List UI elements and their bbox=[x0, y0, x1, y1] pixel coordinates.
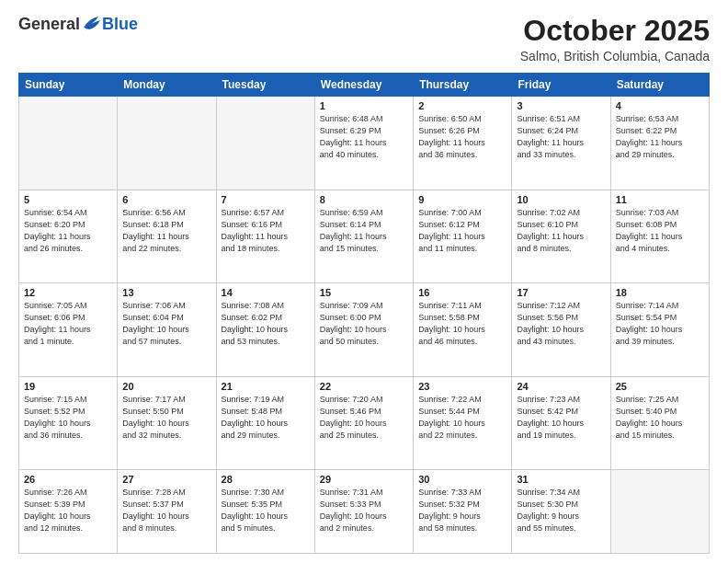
calendar-cell: 17Sunrise: 7:12 AMSunset: 5:56 PMDayligh… bbox=[512, 283, 610, 376]
day-number: 22 bbox=[320, 381, 408, 392]
day-number: 17 bbox=[517, 287, 605, 298]
day-number: 4 bbox=[616, 100, 704, 111]
calendar-header-thursday: Thursday bbox=[414, 74, 512, 97]
calendar-week-3: 12Sunrise: 7:05 AMSunset: 6:06 PMDayligh… bbox=[19, 283, 710, 376]
day-number: 8 bbox=[320, 194, 408, 205]
day-info: Sunrise: 7:34 AMSunset: 5:30 PMDaylight:… bbox=[517, 487, 605, 534]
day-number: 1 bbox=[320, 100, 408, 111]
calendar-cell: 18Sunrise: 7:14 AMSunset: 5:54 PMDayligh… bbox=[610, 283, 709, 376]
day-number: 10 bbox=[517, 194, 605, 205]
day-info: Sunrise: 6:51 AMSunset: 6:24 PMDaylight:… bbox=[517, 113, 605, 161]
subtitle: Salmo, British Columbia, Canada bbox=[520, 49, 710, 63]
calendar-cell: 23Sunrise: 7:22 AMSunset: 5:44 PMDayligh… bbox=[414, 376, 512, 469]
calendar-cell: 19Sunrise: 7:15 AMSunset: 5:52 PMDayligh… bbox=[19, 376, 118, 469]
day-info: Sunrise: 7:12 AMSunset: 5:56 PMDaylight:… bbox=[517, 300, 605, 348]
day-number: 11 bbox=[616, 194, 704, 205]
day-number: 31 bbox=[517, 474, 605, 485]
calendar-cell bbox=[118, 97, 216, 190]
calendar-cell: 24Sunrise: 7:23 AMSunset: 5:42 PMDayligh… bbox=[512, 376, 610, 469]
calendar-week-2: 5Sunrise: 6:54 AMSunset: 6:20 PMDaylight… bbox=[19, 190, 710, 282]
calendar-cell: 6Sunrise: 6:56 AMSunset: 6:18 PMDaylight… bbox=[118, 190, 216, 282]
calendar-cell: 3Sunrise: 6:51 AMSunset: 6:24 PMDaylight… bbox=[512, 97, 610, 190]
calendar-week-1: 1Sunrise: 6:48 AMSunset: 6:29 PMDaylight… bbox=[19, 97, 710, 190]
day-info: Sunrise: 7:25 AMSunset: 5:40 PMDaylight:… bbox=[616, 394, 704, 442]
calendar-cell: 31Sunrise: 7:34 AMSunset: 5:30 PMDayligh… bbox=[512, 470, 610, 554]
day-number: 18 bbox=[616, 287, 704, 298]
calendar-week-4: 19Sunrise: 7:15 AMSunset: 5:52 PMDayligh… bbox=[19, 376, 710, 469]
day-info: Sunrise: 7:15 AMSunset: 5:52 PMDaylight:… bbox=[24, 394, 112, 442]
header: General Blue October 2025 Salmo, British… bbox=[18, 15, 710, 63]
day-number: 5 bbox=[24, 194, 112, 205]
calendar-header-sunday: Sunday bbox=[19, 74, 118, 97]
calendar-cell: 26Sunrise: 7:26 AMSunset: 5:39 PMDayligh… bbox=[19, 470, 118, 554]
calendar-cell: 7Sunrise: 6:57 AMSunset: 6:16 PMDaylight… bbox=[216, 190, 314, 282]
day-info: Sunrise: 7:26 AMSunset: 5:39 PMDaylight:… bbox=[24, 487, 112, 534]
day-number: 29 bbox=[320, 474, 408, 485]
day-info: Sunrise: 7:11 AMSunset: 5:58 PMDaylight:… bbox=[418, 300, 506, 348]
logo: General Blue bbox=[18, 15, 138, 34]
calendar-cell: 1Sunrise: 6:48 AMSunset: 6:29 PMDaylight… bbox=[314, 97, 413, 190]
day-number: 30 bbox=[418, 474, 506, 485]
day-number: 14 bbox=[222, 287, 310, 298]
day-info: Sunrise: 6:59 AMSunset: 6:14 PMDaylight:… bbox=[320, 207, 408, 255]
day-info: Sunrise: 7:17 AMSunset: 5:50 PMDaylight:… bbox=[122, 394, 210, 442]
calendar-cell bbox=[19, 97, 118, 190]
day-info: Sunrise: 7:00 AMSunset: 6:12 PMDaylight:… bbox=[418, 207, 506, 255]
day-info: Sunrise: 7:20 AMSunset: 5:46 PMDaylight:… bbox=[320, 394, 408, 442]
calendar-cell: 16Sunrise: 7:11 AMSunset: 5:58 PMDayligh… bbox=[414, 283, 512, 376]
day-number: 21 bbox=[222, 381, 310, 392]
calendar-cell: 12Sunrise: 7:05 AMSunset: 6:06 PMDayligh… bbox=[19, 283, 118, 376]
day-info: Sunrise: 7:28 AMSunset: 5:37 PMDaylight:… bbox=[122, 487, 210, 534]
day-number: 2 bbox=[418, 100, 506, 111]
calendar-cell: 10Sunrise: 7:02 AMSunset: 6:10 PMDayligh… bbox=[512, 190, 610, 282]
calendar-cell: 25Sunrise: 7:25 AMSunset: 5:40 PMDayligh… bbox=[610, 376, 709, 469]
calendar-cell: 29Sunrise: 7:31 AMSunset: 5:33 PMDayligh… bbox=[314, 470, 413, 554]
calendar-cell: 30Sunrise: 7:33 AMSunset: 5:32 PMDayligh… bbox=[414, 470, 512, 554]
day-number: 27 bbox=[122, 474, 210, 485]
calendar-cell: 22Sunrise: 7:20 AMSunset: 5:46 PMDayligh… bbox=[314, 376, 413, 469]
page: General Blue October 2025 Salmo, British… bbox=[0, 0, 728, 563]
day-info: Sunrise: 6:53 AMSunset: 6:22 PMDaylight:… bbox=[616, 113, 704, 161]
day-info: Sunrise: 7:08 AMSunset: 6:02 PMDaylight:… bbox=[222, 300, 310, 348]
calendar-cell: 11Sunrise: 7:03 AMSunset: 6:08 PMDayligh… bbox=[610, 190, 709, 282]
day-number: 12 bbox=[24, 287, 112, 298]
month-title: October 2025 bbox=[520, 15, 710, 47]
calendar-cell bbox=[216, 97, 314, 190]
day-number: 28 bbox=[222, 474, 310, 485]
day-info: Sunrise: 7:14 AMSunset: 5:54 PMDaylight:… bbox=[616, 300, 704, 348]
calendar-header-tuesday: Tuesday bbox=[216, 74, 314, 97]
day-number: 3 bbox=[517, 100, 605, 111]
calendar-cell: 20Sunrise: 7:17 AMSunset: 5:50 PMDayligh… bbox=[118, 376, 216, 469]
day-number: 7 bbox=[222, 194, 310, 205]
day-number: 19 bbox=[24, 381, 112, 392]
calendar-header-saturday: Saturday bbox=[610, 74, 709, 97]
day-info: Sunrise: 7:23 AMSunset: 5:42 PMDaylight:… bbox=[517, 394, 605, 442]
calendar-week-5: 26Sunrise: 7:26 AMSunset: 5:39 PMDayligh… bbox=[19, 470, 710, 554]
calendar-cell: 13Sunrise: 7:06 AMSunset: 6:04 PMDayligh… bbox=[118, 283, 216, 376]
calendar-header-friday: Friday bbox=[512, 74, 610, 97]
day-info: Sunrise: 7:09 AMSunset: 6:00 PMDaylight:… bbox=[320, 300, 408, 348]
calendar-cell: 14Sunrise: 7:08 AMSunset: 6:02 PMDayligh… bbox=[216, 283, 314, 376]
calendar-cell: 15Sunrise: 7:09 AMSunset: 6:00 PMDayligh… bbox=[314, 283, 413, 376]
day-info: Sunrise: 7:05 AMSunset: 6:06 PMDaylight:… bbox=[24, 300, 112, 348]
day-info: Sunrise: 7:06 AMSunset: 6:04 PMDaylight:… bbox=[122, 300, 210, 348]
calendar-cell: 28Sunrise: 7:30 AMSunset: 5:35 PMDayligh… bbox=[216, 470, 314, 554]
day-number: 24 bbox=[517, 381, 605, 392]
calendar-cell: 27Sunrise: 7:28 AMSunset: 5:37 PMDayligh… bbox=[118, 470, 216, 554]
day-number: 9 bbox=[418, 194, 506, 205]
logo-blue-text: Blue bbox=[102, 15, 138, 34]
day-info: Sunrise: 6:56 AMSunset: 6:18 PMDaylight:… bbox=[122, 207, 210, 255]
calendar-cell: 2Sunrise: 6:50 AMSunset: 6:26 PMDaylight… bbox=[414, 97, 512, 190]
calendar-cell bbox=[610, 470, 709, 554]
calendar-header-row: SundayMondayTuesdayWednesdayThursdayFrid… bbox=[19, 74, 710, 97]
day-info: Sunrise: 6:48 AMSunset: 6:29 PMDaylight:… bbox=[320, 113, 408, 161]
day-number: 13 bbox=[122, 287, 210, 298]
day-info: Sunrise: 6:50 AMSunset: 6:26 PMDaylight:… bbox=[418, 113, 506, 161]
day-info: Sunrise: 7:33 AMSunset: 5:32 PMDaylight:… bbox=[418, 487, 506, 534]
calendar-header-wednesday: Wednesday bbox=[314, 74, 413, 97]
day-number: 23 bbox=[418, 381, 506, 392]
day-number: 6 bbox=[122, 194, 210, 205]
day-info: Sunrise: 6:54 AMSunset: 6:20 PMDaylight:… bbox=[24, 207, 112, 255]
day-number: 25 bbox=[616, 381, 704, 392]
day-number: 16 bbox=[418, 287, 506, 298]
